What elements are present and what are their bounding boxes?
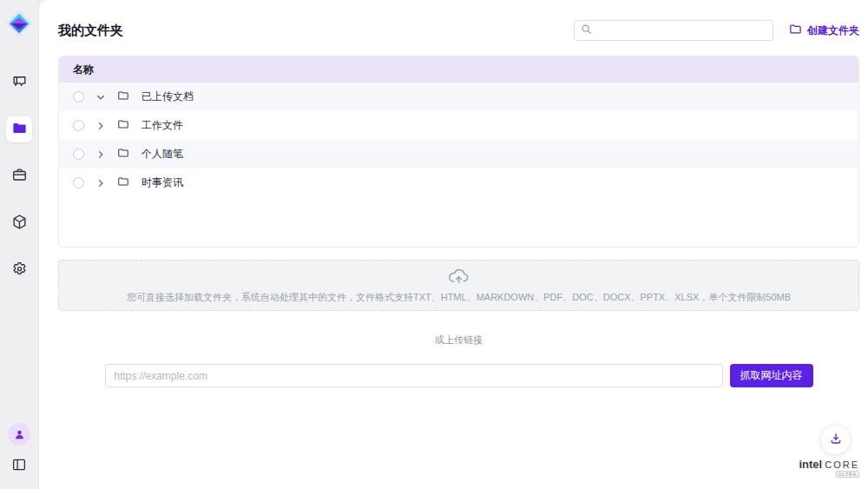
search-input[interactable] [596, 25, 766, 36]
download-icon [829, 432, 843, 448]
cube-icon [11, 214, 28, 234]
table-header: 名称 [59, 56, 858, 83]
create-folder-label: 创建文件夹 [807, 23, 859, 38]
intel-word: intel [799, 458, 822, 471]
collapse-sidebar-button[interactable] [9, 456, 30, 477]
sidebar-bottom [8, 423, 30, 477]
row-checkbox[interactable] [73, 149, 84, 160]
folder-name: 已上传文档 [141, 89, 194, 104]
ultra-badge: ULTRA [836, 471, 859, 478]
upload-hint: 您可直接选择加载文件夹，系统自动处理其中的文件，文件格式支持TXT、HTML、M… [127, 291, 791, 304]
fetch-url-button[interactable]: 抓取网址内容 [730, 364, 813, 387]
intel-core-logo: intel CORE ULTRA [799, 458, 859, 478]
folder-row[interactable]: 工作文件 [59, 111, 858, 140]
folder-name: 时事资讯 [141, 175, 183, 190]
name-column-header: 名称 [73, 63, 94, 77]
topbar: 我的文件夹 创建文件夹 [58, 19, 859, 42]
folder-table: 名称 已上传文档 工作文件 [58, 56, 859, 248]
upload-dropzone[interactable]: 您可直接选择加载文件夹，系统自动处理其中的文件，文件格式支持TXT、HTML、M… [58, 260, 859, 311]
panel-toggle-icon [11, 457, 27, 476]
sidebar-item-folders[interactable] [6, 116, 32, 142]
main-content: 我的文件夹 创建文件夹 名称 [39, 0, 868, 489]
row-checkbox[interactable] [73, 91, 84, 102]
url-upload-row: 抓取网址内容 [58, 364, 859, 387]
search-icon [581, 23, 592, 38]
chevron-right-icon[interactable] [95, 177, 107, 189]
sidebar [0, 0, 39, 489]
folder-icon [117, 147, 129, 162]
gear-icon [11, 261, 28, 281]
row-checkbox[interactable] [73, 177, 84, 188]
sidebar-item-settings[interactable] [6, 257, 32, 283]
folder-icon [117, 89, 129, 104]
folder-name: 工作文件 [141, 118, 183, 133]
sidebar-nav [6, 69, 32, 283]
chevron-down-icon[interactable] [95, 91, 107, 103]
briefcase-icon [11, 167, 28, 187]
sidebar-item-models[interactable] [6, 210, 32, 236]
search-box[interactable] [574, 20, 773, 41]
download-fab-button[interactable] [821, 426, 850, 454]
app-logo-icon[interactable] [3, 7, 36, 40]
folder-plus-icon [789, 23, 802, 38]
sidebar-item-workspace[interactable] [6, 163, 32, 189]
folder-icon [117, 118, 129, 133]
folder-row[interactable]: 个人随笔 [59, 140, 858, 169]
create-folder-button[interactable]: 创建文件夹 [789, 23, 859, 38]
row-checkbox[interactable] [73, 120, 84, 131]
folder-row[interactable]: 已上传文档 [59, 83, 858, 111]
chat-icon [11, 73, 28, 93]
page-title: 我的文件夹 [58, 23, 123, 39]
chevron-right-icon[interactable] [95, 120, 107, 132]
core-word: CORE [825, 459, 859, 470]
chevron-right-icon[interactable] [95, 149, 107, 161]
folder-name: 个人随笔 [141, 147, 183, 162]
url-input[interactable] [105, 364, 723, 387]
or-upload-link-label: 或上传链接 [58, 334, 859, 347]
folder-icon [117, 175, 129, 190]
folder-icon [11, 120, 28, 140]
sidebar-item-chat[interactable] [6, 69, 32, 96]
avatar[interactable] [8, 423, 30, 446]
cloud-upload-icon [448, 267, 470, 288]
folder-row[interactable]: 时事资讯 [59, 169, 858, 197]
